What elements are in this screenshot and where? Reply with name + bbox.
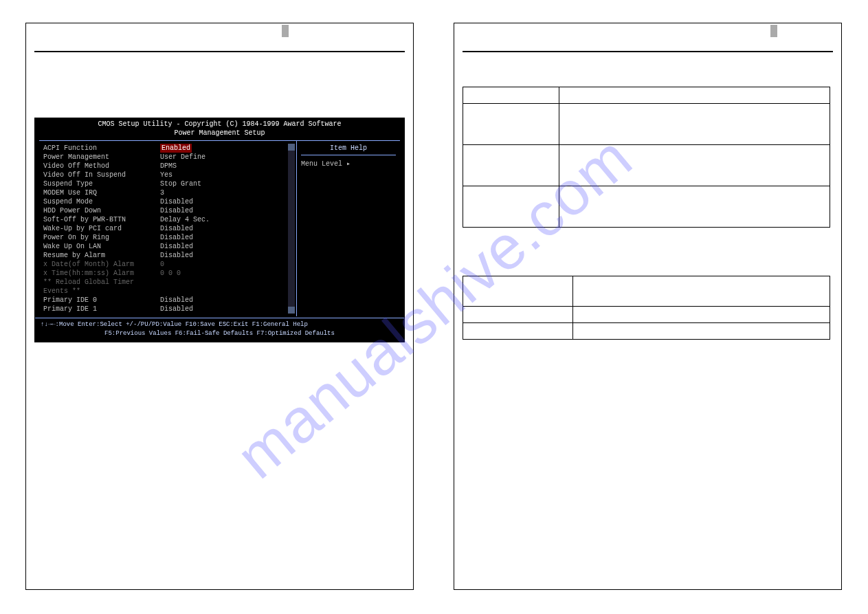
table-cell	[559, 145, 830, 186]
bios-title-line2: Power Management Setup	[35, 129, 404, 138]
table-row	[463, 145, 830, 186]
table-cell	[573, 307, 830, 323]
bios-setting-value: Stop Grant	[160, 179, 201, 188]
bios-setting-key: Power Management	[43, 153, 160, 162]
table-cell	[559, 87, 830, 104]
page-right	[454, 23, 842, 590]
bios-setting-value: 0 0 0	[160, 269, 181, 278]
bios-footer: ↑↓→←:Move Enter:Select +/-/PU/PD:Value F…	[35, 318, 404, 342]
bios-setting-value: User Define	[160, 153, 205, 162]
table-cell	[463, 145, 559, 186]
header-tab	[770, 25, 777, 37]
bios-setting-value: Enabled	[160, 144, 192, 153]
page-header-right	[463, 33, 833, 52]
bios-setting-key: ACPI Function	[43, 144, 160, 153]
table-row	[463, 307, 830, 323]
table-cell	[559, 186, 830, 228]
table-cell	[463, 186, 559, 228]
bios-settings-panel: ACPI FunctionEnabledPower ManagementUser…	[39, 141, 297, 316]
bios-setting-key: Primary IDE 0	[43, 296, 160, 305]
table-row	[463, 323, 830, 340]
bios-setting-row[interactable]: x Time(hh:mm:ss) Alarm0 0 0	[43, 269, 296, 278]
bios-setting-key: HDD Power Down	[43, 206, 160, 215]
bios-setting-value: 0	[160, 260, 164, 269]
bios-setting-row[interactable]: Suspend ModeDisabled	[43, 197, 296, 206]
bios-setting-value: Disabled	[160, 233, 193, 242]
bios-setting-value: Disabled	[160, 206, 193, 215]
bios-setting-row[interactable]: MODEM Use IRQ3	[43, 188, 296, 197]
bios-setting-row[interactable]: Wake-Up by PCI cardDisabled	[43, 224, 296, 233]
table-cell	[573, 323, 830, 340]
bios-setting-value: Delay 4 Sec.	[160, 215, 210, 224]
page-left: CMOS Setup Utility - Copyright (C) 1984-…	[25, 23, 414, 590]
bios-setting-key: Video Off In Suspend	[43, 171, 160, 179]
bios-setting-value: Yes	[160, 171, 173, 179]
table-row	[463, 104, 830, 145]
bios-title-line1: CMOS Setup Utility - Copyright (C) 1984-…	[35, 120, 404, 129]
bios-setting-row[interactable]: Wake Up On LANDisabled	[43, 242, 296, 251]
bios-setting-row[interactable]: x Date(of Month) Alarm0	[43, 260, 296, 269]
bios-help-title: Item Help	[301, 144, 396, 155]
bios-setting-row[interactable]: Primary IDE 1Disabled	[43, 305, 296, 314]
table-cell	[573, 276, 830, 307]
table-cell	[463, 104, 559, 145]
header-tab	[282, 25, 289, 37]
bios-setting-key: Wake-Up by PCI card	[43, 224, 160, 233]
table-cell	[463, 323, 573, 340]
bios-help-panel: Item Help Menu Level ▸	[297, 141, 400, 316]
table-cell	[463, 87, 559, 104]
bios-setting-row[interactable]: Video Off MethodDPMS	[43, 162, 296, 171]
bios-footer-line2: F5:Previous Values F6:Fail-Safe Defaults…	[41, 329, 399, 338]
table-row	[463, 276, 830, 307]
table-2	[463, 276, 830, 340]
bios-setting-key: Suspend Type	[43, 179, 160, 188]
bios-setting-row[interactable]: ACPI FunctionEnabled	[43, 144, 296, 153]
bios-setting-value: DPMS	[160, 162, 177, 171]
bios-setting-row[interactable]: Primary IDE 0Disabled	[43, 296, 296, 305]
bios-setting-row[interactable]: Video Off In SuspendYes	[43, 171, 296, 179]
bios-setting-value: Disabled	[160, 305, 193, 314]
bios-help-menu-level: Menu Level ▸	[301, 160, 396, 168]
bios-setting-key: Resume by Alarm	[43, 251, 160, 260]
bios-setting-key: Suspend Mode	[43, 197, 160, 206]
bios-setting-value: Disabled	[160, 224, 193, 233]
bios-screenshot: CMOS Setup Utility - Copyright (C) 1984-…	[34, 118, 405, 342]
bios-setting-key: Video Off Method	[43, 162, 160, 171]
bios-setting-row[interactable]: Resume by AlarmDisabled	[43, 251, 296, 260]
table-row	[463, 186, 830, 228]
table-cell	[463, 307, 573, 323]
bios-setting-row[interactable]: HDD Power DownDisabled	[43, 206, 296, 215]
bios-setting-value: Disabled	[160, 251, 193, 260]
bios-setting-row[interactable]: Power ManagementUser Define	[43, 153, 296, 162]
bios-setting-key: ** Reload Global Timer Events **	[43, 278, 160, 296]
bios-setting-value: 3	[160, 188, 164, 197]
bios-setting-key: Soft-Off by PWR-BTTN	[43, 215, 160, 224]
table-1	[463, 87, 830, 228]
table-cell	[463, 276, 573, 307]
bios-setting-key: MODEM Use IRQ	[43, 188, 160, 197]
bios-setting-value: Disabled	[160, 296, 193, 305]
bios-setting-key: x Time(hh:mm:ss) Alarm	[43, 269, 160, 278]
scrollbar[interactable]	[288, 144, 295, 314]
bios-setting-key: Wake Up On LAN	[43, 242, 160, 251]
bios-setting-value: Disabled	[160, 197, 193, 206]
bios-setting-key: Primary IDE 1	[43, 305, 160, 314]
table-row	[463, 87, 830, 104]
bios-setting-row[interactable]: ** Reload Global Timer Events **	[43, 278, 296, 296]
page-header-left	[34, 33, 405, 52]
bios-setting-value: Disabled	[160, 242, 193, 251]
bios-footer-line1: ↑↓→←:Move Enter:Select +/-/PU/PD:Value F…	[41, 320, 399, 329]
bios-setting-row[interactable]: Power On by RingDisabled	[43, 233, 296, 242]
bios-setting-key: Power On by Ring	[43, 233, 160, 242]
bios-body: ACPI FunctionEnabledPower ManagementUser…	[39, 140, 400, 316]
bios-setting-row[interactable]: Suspend TypeStop Grant	[43, 179, 296, 188]
bios-setting-row[interactable]: Soft-Off by PWR-BTTNDelay 4 Sec.	[43, 215, 296, 224]
table-cell	[559, 104, 830, 145]
bios-setting-key: x Date(of Month) Alarm	[43, 260, 160, 269]
